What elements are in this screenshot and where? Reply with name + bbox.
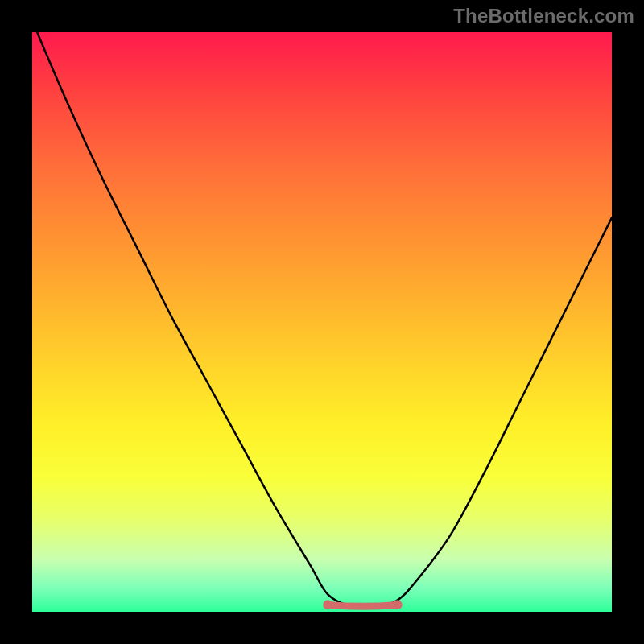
plot-area — [32, 32, 612, 612]
bottleneck-curve — [32, 32, 612, 612]
watermark-text: TheBottleneck.com — [453, 5, 634, 27]
flat-segment — [328, 605, 397, 606]
curve-path — [32, 21, 612, 608]
flat-segment-dot-right — [393, 600, 402, 609]
chart-frame: TheBottleneck.com — [0, 0, 644, 644]
flat-segment-dot-left — [323, 600, 332, 609]
